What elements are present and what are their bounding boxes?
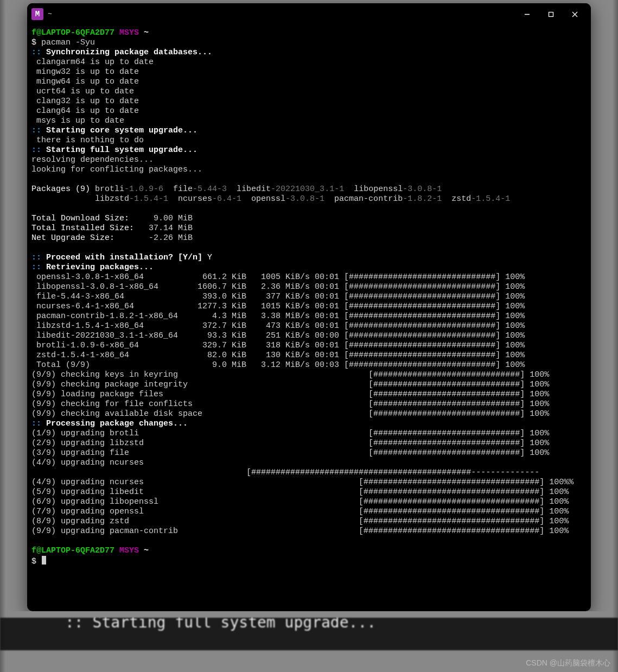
cursor [42,556,46,565]
window-title: ~ [48,9,515,19]
terminal-window: M ~ f@LAPTOP-6QFA2D77 MSYS ~ $ pacman -S… [27,3,591,611]
svg-rect-1 [549,12,553,16]
terminal-output[interactable]: f@LAPTOP-6QFA2D77 MSYS ~ $ pacman -Syu :… [27,25,591,611]
titlebar[interactable]: M ~ [27,3,591,25]
minimize-button[interactable] [515,6,539,22]
close-button[interactable] [563,6,587,22]
maximize-button[interactable] [539,6,563,22]
app-icon: M [31,8,43,20]
